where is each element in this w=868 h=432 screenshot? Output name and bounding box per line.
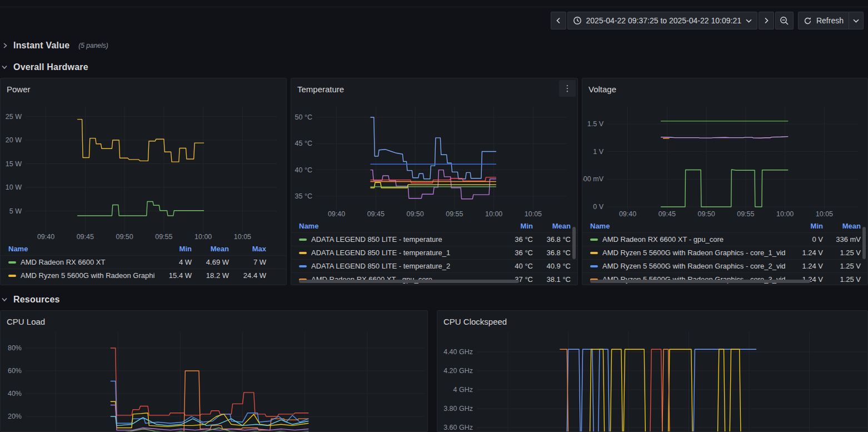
series-line — [77, 202, 204, 216]
temperature-chart[interactable]: 09:4009:4509:5009:5510:0010:0550 °C45 °C… — [292, 100, 578, 219]
legend-value: 1.24 V — [785, 262, 823, 270]
series-name: AMD Ryzen 5 5600G with Radeon Graphics -… — [602, 262, 785, 270]
x-tick-label: 09:40 — [37, 233, 54, 241]
legend-value: 15.4 W — [154, 271, 192, 280]
voltage-chart[interactable]: 09:4009:4509:5009:5510:0010:051.5 V1 V50… — [583, 100, 868, 219]
legend-header-mean[interactable]: Mean — [533, 222, 571, 230]
legend-header-max[interactable]: Max — [229, 245, 266, 253]
series-color-swatch — [299, 252, 307, 254]
series-color-swatch — [8, 261, 16, 264]
legend-value: 36.8 °C — [533, 235, 571, 244]
panel-title: Temperature — [297, 85, 344, 94]
legend-header-min[interactable]: Min — [495, 222, 533, 230]
legend-series-toggle[interactable]: AMD Ryzen 5 5600G with Radeon Graphics — [8, 271, 154, 280]
legend-series-toggle[interactable]: AMD Ryzen 5 5600G with Radeon Graphics -… — [590, 262, 785, 270]
time-range-label: 2025-04-22 09:37:25 to 2025-04-22 10:09:… — [586, 16, 741, 25]
top-divider — [0, 7, 868, 7]
y-tick-label: 1.5 V — [587, 120, 604, 128]
kebab-menu-icon: ⋮ — [563, 83, 572, 93]
y-tick-label: 35 °C — [295, 192, 312, 200]
series-name: AMD Ryzen 5 5600G with Radeon Graphics -… — [602, 249, 785, 257]
row-header-resources[interactable]: Resources — [1, 293, 60, 306]
legend-series-toggle[interactable]: AMD Radeon RX 6600 XT - gpu_core — [590, 235, 785, 244]
legend-value: 36.8 °C — [533, 249, 571, 257]
cpu-clockspeed-chart[interactable]: 4.40 GHz4.20 GHz4 GHz3.80 GHz3.60 GHz — [438, 332, 868, 432]
refresh-label: Refresh — [816, 16, 844, 25]
legend-header-name[interactable]: Name — [590, 222, 785, 230]
x-tick-label: 10:00 — [485, 210, 502, 218]
y-tick-label: 15 W — [6, 160, 22, 168]
legend-value: 1.25 V — [823, 262, 861, 270]
panel-title: Voltage — [588, 85, 616, 94]
chevron-down-icon — [1, 64, 8, 70]
y-tick-label: 80% — [8, 344, 22, 352]
x-tick-label: 10:00 — [776, 210, 794, 218]
y-tick-label: 20 W — [6, 136, 22, 144]
y-tick-label: 40 °C — [295, 166, 312, 174]
legend-horizontal-scrollbar[interactable] — [299, 280, 519, 283]
legend-value: 1.25 V — [823, 249, 861, 257]
legend-header-mean[interactable]: Mean — [823, 222, 861, 230]
zoom-out-button[interactable] — [775, 12, 794, 29]
x-tick-label: 10:05 — [234, 233, 251, 241]
legend-series-toggle[interactable]: AMD Ryzen 5 5600G with Radeon Graphics -… — [590, 249, 785, 257]
temperature-legend: NameMinMeanADATA LEGEND 850 LITE - tempe… — [291, 219, 577, 285]
x-tick-label: 10:05 — [816, 210, 833, 218]
refresh-button[interactable]: Refresh — [798, 12, 849, 29]
series-line — [111, 348, 309, 416]
x-tick-label: 09:55 — [737, 210, 754, 218]
series-color-swatch — [590, 265, 598, 267]
power-chart[interactable]: 09:4009:4509:5009:5510:0010:0525 W20 W15… — [1, 100, 287, 242]
legend-header-name[interactable]: Name — [8, 245, 154, 253]
legend-value: 18.2 W — [192, 271, 229, 280]
legend-row: AMD Ryzen 5 5600G with Radeon Graphics -… — [582, 272, 867, 285]
series-color-swatch — [8, 275, 16, 277]
legend-row: ADATA LEGEND 850 LITE - temperature_136 … — [291, 246, 577, 259]
row-header-overall-hardware[interactable]: Overall Hardware — [1, 61, 88, 74]
y-tick-label: 4.20 GHz — [443, 367, 473, 375]
legend-row: AMD Radeon RX 6600 XT - gpu_core0 V336 m… — [582, 232, 867, 246]
chevron-down-icon — [853, 19, 859, 23]
refresh-interval-dropdown[interactable] — [849, 12, 864, 29]
y-tick-label: 3.80 GHz — [443, 405, 473, 413]
legend-value: 36 °C — [495, 249, 533, 257]
legend-value: 1.25 V — [823, 275, 861, 284]
legend-vertical-scrollbar[interactable] — [572, 227, 576, 259]
row-header-instant-value[interactable]: Instant Value (5 panels) — [2, 39, 108, 52]
y-tick-label: 10 W — [6, 183, 22, 191]
time-range-picker-button[interactable]: 2025-04-22 09:37:25 to 2025-04-22 10:09:… — [567, 12, 757, 29]
time-range-forward-button[interactable] — [759, 12, 774, 29]
legend-header-mean[interactable]: Mean — [192, 245, 229, 253]
series-line — [560, 349, 756, 432]
legend-row: AMD Ryzen 5 5600G with Radeon Graphics -… — [582, 259, 867, 272]
legend-vertical-scrollbar[interactable] — [862, 227, 866, 259]
panel-header[interactable]: CPU Load — [1, 311, 427, 332]
legend-series-toggle[interactable]: ADATA LEGEND 850 LITE - temperature_2 — [299, 262, 495, 270]
y-tick-label: 25 W — [6, 113, 22, 121]
panel-title: Power — [7, 85, 31, 94]
cpu-load-chart[interactable]: 80%60%40%20% — [1, 332, 428, 432]
voltage-legend: NameMinMeanAMD Radeon RX 6600 XT - gpu_c… — [582, 219, 867, 285]
legend-series-toggle[interactable]: ADATA LEGEND 850 LITE - temperature — [299, 235, 495, 244]
legend-header-name[interactable]: Name — [299, 222, 495, 230]
legend-horizontal-scrollbar[interactable] — [590, 280, 810, 283]
panel-header[interactable]: Voltage — [582, 78, 867, 100]
x-tick-label: 09:50 — [406, 210, 423, 218]
x-tick-label: 09:50 — [116, 233, 133, 241]
legend-row: AMD Radeon RX 6600 XT4 W4.69 W7 W — [1, 255, 286, 269]
series-name: AMD Radeon RX 6600 XT — [21, 258, 105, 266]
series-line — [111, 405, 309, 430]
legend-series-toggle[interactable]: AMD Radeon RX 6600 XT — [8, 258, 154, 266]
x-tick-label: 09:45 — [659, 210, 676, 218]
legend-header-min[interactable]: Min — [785, 222, 823, 230]
time-range-back-button[interactable] — [551, 12, 566, 29]
panel-header[interactable]: Temperature — [291, 78, 577, 100]
legend-header-min[interactable]: Min — [154, 245, 192, 253]
series-line — [111, 381, 309, 424]
panel-header[interactable]: CPU Clockspeed — [437, 311, 867, 332]
panel-header[interactable]: Power — [1, 78, 286, 100]
panel-menu-button[interactable]: ⋮ — [559, 80, 576, 97]
legend-series-toggle[interactable]: ADATA LEGEND 850 LITE - temperature_1 — [299, 249, 495, 257]
legend-value: 7 W — [229, 258, 266, 266]
legend-value: 0 V — [785, 235, 823, 244]
